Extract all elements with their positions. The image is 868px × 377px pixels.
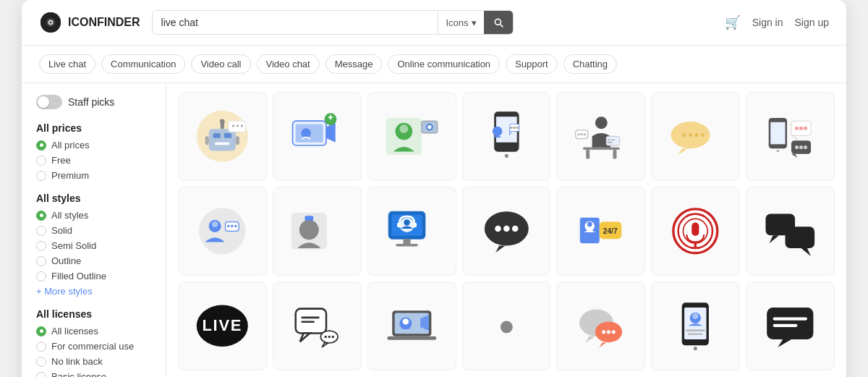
sign-in-link[interactable]: Sign in bbox=[752, 17, 783, 28]
more-styles-label: + More styles bbox=[36, 286, 93, 297]
svg-point-98 bbox=[587, 222, 592, 227]
icon-247-agent[interactable]: 24/7 bbox=[556, 187, 645, 276]
tag-online-communication[interactable]: Online communication bbox=[388, 54, 500, 74]
icon-video-call-person[interactable] bbox=[367, 92, 456, 181]
radio-outline-label: Outline bbox=[51, 255, 81, 266]
price-filter-title: All prices bbox=[36, 122, 151, 134]
svg-point-140 bbox=[694, 347, 697, 350]
icon-dark-speech-bubbles[interactable] bbox=[746, 187, 835, 276]
radio-all-prices[interactable]: All prices bbox=[36, 140, 151, 151]
tag-communication[interactable]: Communication bbox=[101, 54, 185, 74]
license-filter-title: All licenses bbox=[36, 308, 151, 320]
logo[interactable]: ICONFINDER bbox=[39, 11, 140, 34]
search-type-dropdown[interactable]: Icons ▾ bbox=[438, 12, 483, 34]
header: ICONFINDER Icons ▾ 🛒 Sign in Sign up bbox=[22, 0, 846, 46]
svg-point-10 bbox=[220, 119, 225, 124]
icon-live-badge[interactable]: LIVE bbox=[178, 281, 267, 370]
radio-no-link-back-indicator bbox=[36, 357, 46, 367]
radio-solid[interactable]: Solid bbox=[36, 225, 151, 236]
icon-person-circle-chat[interactable] bbox=[178, 187, 267, 276]
radio-all-styles[interactable]: All styles bbox=[36, 210, 151, 221]
radio-semi-solid[interactable]: Semi Solid bbox=[36, 240, 151, 251]
search-button[interactable] bbox=[484, 11, 513, 34]
svg-point-117 bbox=[324, 336, 326, 338]
svg-point-74 bbox=[227, 225, 229, 227]
icon-grey-bubbles[interactable] bbox=[556, 281, 645, 370]
radio-free-label: Free bbox=[51, 155, 71, 166]
radio-commercial-label: For commercial use bbox=[51, 341, 134, 352]
svg-point-48 bbox=[577, 133, 579, 135]
icon-dark-bubble-dots[interactable] bbox=[462, 187, 551, 276]
svg-point-80 bbox=[307, 216, 311, 220]
icon-video-chat-person-back[interactable] bbox=[273, 187, 362, 276]
svg-point-59 bbox=[777, 150, 779, 152]
icon-grid-area: 24/7 bbox=[166, 83, 846, 377]
tag-chatting[interactable]: Chatting bbox=[563, 54, 617, 74]
search-type-label: Icons bbox=[446, 17, 468, 28]
tag-message[interactable]: Message bbox=[326, 54, 383, 74]
search-input[interactable] bbox=[153, 11, 438, 34]
staff-picks-switch[interactable] bbox=[36, 95, 62, 109]
svg-point-132 bbox=[606, 330, 610, 334]
radio-no-link-back[interactable]: No link back bbox=[36, 356, 151, 367]
search-icon bbox=[493, 17, 504, 28]
radio-free[interactable]: Free bbox=[36, 155, 151, 166]
svg-rect-88 bbox=[413, 222, 417, 227]
svg-rect-45 bbox=[611, 140, 614, 141]
svg-point-39 bbox=[595, 117, 607, 129]
icon-laptop-video[interactable] bbox=[367, 281, 456, 370]
svg-point-131 bbox=[602, 330, 605, 334]
radio-commercial-indicator bbox=[36, 342, 46, 352]
tag-video-call[interactable]: Video call bbox=[191, 54, 250, 74]
radio-outline[interactable]: Outline bbox=[36, 255, 151, 266]
svg-rect-6 bbox=[213, 133, 221, 138]
icon-mobile-agent[interactable] bbox=[462, 92, 551, 181]
staff-picks-toggle[interactable]: Staff picks bbox=[36, 95, 151, 109]
svg-point-72 bbox=[212, 221, 218, 227]
svg-point-56 bbox=[701, 133, 705, 137]
svg-point-68 bbox=[804, 145, 807, 149]
svg-marker-142 bbox=[778, 339, 792, 347]
sign-up-link[interactable]: Sign up bbox=[795, 17, 829, 28]
svg-point-92 bbox=[503, 226, 509, 232]
svg-text:24/7: 24/7 bbox=[603, 227, 617, 235]
radio-basic-license[interactable]: Basic license bbox=[36, 371, 151, 377]
svg-rect-114 bbox=[301, 321, 315, 323]
icon-chat-message[interactable] bbox=[746, 281, 835, 370]
tag-support[interactable]: Support bbox=[506, 54, 558, 74]
style-filter-title: All styles bbox=[36, 192, 151, 204]
svg-rect-85 bbox=[403, 239, 410, 244]
radio-commercial[interactable]: For commercial use bbox=[36, 341, 151, 352]
more-styles-link[interactable]: + More styles bbox=[36, 286, 151, 297]
radio-all-styles-label: All styles bbox=[51, 210, 88, 221]
radio-premium[interactable]: Premium bbox=[36, 170, 151, 181]
icon-microphone-waves[interactable] bbox=[651, 187, 740, 276]
tags-bar: Live chat Communication Video call Video… bbox=[22, 46, 846, 83]
icon-small-chat[interactable] bbox=[462, 281, 551, 370]
radio-all-licenses[interactable]: All licenses bbox=[36, 326, 151, 336]
svg-point-123 bbox=[402, 318, 408, 324]
icon-headset-monitor[interactable] bbox=[367, 187, 456, 276]
svg-point-76 bbox=[234, 225, 237, 227]
icon-video-call-add[interactable] bbox=[273, 92, 362, 181]
svg-rect-12 bbox=[236, 136, 239, 145]
svg-point-3 bbox=[50, 22, 52, 24]
radio-solid-indicator bbox=[36, 226, 46, 236]
icon-speech-bubbles-yellow[interactable] bbox=[651, 92, 740, 181]
style-filter: All styles All styles Solid Semi Solid O… bbox=[36, 192, 151, 297]
radio-all-prices-indicator bbox=[36, 140, 46, 151]
icon-person-desk[interactable] bbox=[556, 92, 645, 181]
svg-point-137 bbox=[692, 313, 698, 318]
cart-icon[interactable]: 🛒 bbox=[725, 14, 741, 30]
svg-point-67 bbox=[799, 145, 803, 149]
radio-filled-outline-indicator bbox=[36, 271, 46, 281]
svg-point-38 bbox=[504, 154, 508, 158]
icon-speech-bubble-lines[interactable] bbox=[273, 281, 362, 370]
icon-phone-chat[interactable] bbox=[746, 92, 835, 181]
icon-phone-contacts[interactable] bbox=[651, 281, 740, 370]
svg-rect-23 bbox=[330, 115, 331, 120]
tag-video-chat[interactable]: Video chat bbox=[257, 54, 320, 74]
radio-filled-outline[interactable]: Filled Outline bbox=[36, 271, 151, 281]
tag-live-chat[interactable]: Live chat bbox=[39, 54, 95, 74]
icon-robot-chat[interactable] bbox=[178, 92, 267, 181]
